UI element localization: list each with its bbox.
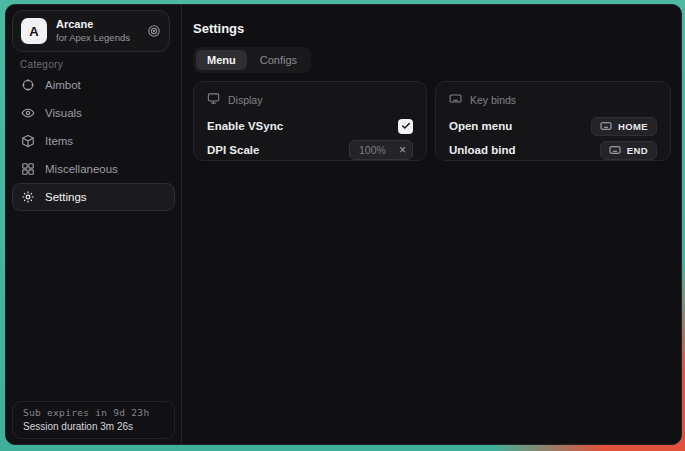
vsync-row: Enable VSync bbox=[207, 116, 413, 136]
dpi-scale-input[interactable]: 100% × bbox=[349, 140, 413, 160]
brand-subtitle: for Apex Legends bbox=[56, 32, 138, 44]
package-icon bbox=[21, 134, 35, 148]
sidebar-item-label: Settings bbox=[45, 191, 87, 203]
sidebar-item-label: Items bbox=[45, 135, 73, 147]
tab-menu[interactable]: Menu bbox=[196, 50, 247, 70]
sub-expiry-text: Sub expires in 9d 23h bbox=[23, 407, 164, 418]
unload-bind-row: Unload bind END bbox=[449, 140, 657, 160]
brand-text: Arcane for Apex Legends bbox=[56, 18, 138, 45]
main-content: Settings Menu Configs Display bbox=[183, 5, 681, 444]
brand-logo: A bbox=[21, 18, 47, 44]
check-icon bbox=[401, 121, 411, 131]
open-menu-label: Open menu bbox=[449, 120, 512, 132]
sidebar-item-label: Miscellaneous bbox=[45, 163, 118, 175]
sidebar-item-label: Aimbot bbox=[45, 79, 81, 91]
session-duration-text: Session duration 3m 26s bbox=[23, 421, 164, 432]
keybinds-card-title: Key binds bbox=[470, 94, 516, 106]
sidebar-nav: Aimbot Visuals Items bbox=[12, 71, 175, 211]
display-card-title: Display bbox=[228, 94, 262, 106]
sidebar-item-label: Visuals bbox=[45, 107, 82, 119]
keyboard-icon bbox=[449, 92, 462, 107]
monitor-icon bbox=[207, 92, 220, 107]
category-label: Category bbox=[20, 59, 63, 70]
sidebar-item-settings[interactable]: Settings bbox=[12, 183, 175, 211]
clear-icon[interactable]: × bbox=[399, 144, 406, 156]
open-menu-row: Open menu HOME bbox=[449, 116, 657, 136]
keyboard-icon bbox=[600, 120, 612, 132]
target-icon[interactable] bbox=[147, 24, 161, 38]
dpi-scale-label: DPI Scale bbox=[207, 144, 259, 156]
sidebar-item-visuals[interactable]: Visuals bbox=[12, 99, 175, 127]
sidebar: A Arcane for Apex Legends Category bbox=[6, 5, 182, 444]
brand-card: A Arcane for Apex Legends bbox=[12, 10, 170, 52]
vsync-checkbox[interactable] bbox=[398, 119, 413, 134]
sidebar-item-miscellaneous[interactable]: Miscellaneous bbox=[12, 155, 175, 183]
unload-bind-label: Unload bind bbox=[449, 144, 515, 156]
crosshair-icon bbox=[21, 78, 35, 92]
tab-configs[interactable]: Configs bbox=[249, 50, 308, 70]
display-card: Display Enable VSync DPI Scale 100% × bbox=[193, 81, 427, 161]
page-title: Settings bbox=[193, 21, 244, 36]
brand-title: Arcane bbox=[56, 18, 138, 32]
eye-icon bbox=[21, 106, 35, 120]
keybinds-card: Key binds Open menu HOME Unload bind bbox=[435, 81, 671, 161]
settings-cards-row: Display Enable VSync DPI Scale 100% × bbox=[193, 81, 671, 161]
sidebar-item-items[interactable]: Items bbox=[12, 127, 175, 155]
dpi-scale-row: DPI Scale 100% × bbox=[207, 140, 413, 160]
vsync-label: Enable VSync bbox=[207, 120, 283, 132]
subscription-status-card: Sub expires in 9d 23h Session duration 3… bbox=[12, 401, 175, 439]
app-window: A Arcane for Apex Legends Category bbox=[5, 4, 682, 445]
keybinds-card-header: Key binds bbox=[449, 92, 657, 107]
open-menu-keybind[interactable]: HOME bbox=[591, 117, 657, 136]
unload-bind-key: END bbox=[627, 145, 648, 156]
open-menu-key: HOME bbox=[618, 121, 648, 132]
gear-icon bbox=[21, 190, 35, 204]
keyboard-icon bbox=[609, 144, 621, 156]
sidebar-item-aimbot[interactable]: Aimbot bbox=[12, 71, 175, 99]
grid-icon bbox=[21, 162, 35, 176]
display-card-header: Display bbox=[207, 92, 413, 107]
unload-bind-keybind[interactable]: END bbox=[600, 141, 657, 160]
settings-tab-group: Menu Configs bbox=[193, 47, 311, 73]
dpi-scale-value: 100% bbox=[359, 144, 386, 156]
